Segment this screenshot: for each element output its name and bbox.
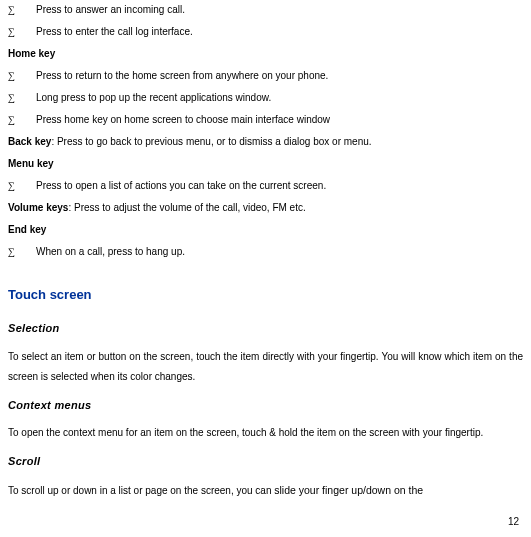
bullet-text: Long press to pop up the recent applicat… [36,88,523,107]
back-key-text: : Press to go back to previous menu, or … [51,136,371,147]
scroll-body-b: slide your finger up/down on the [274,484,423,496]
selection-heading: Selection [8,318,523,339]
scroll-body-a: To scroll up or down in a list or page o… [8,485,274,496]
bullet-sigma: ∑ [8,176,36,195]
list-item: ∑ Press to answer an incoming call. [8,0,523,19]
back-key-label: Back key [8,136,51,147]
list-item: ∑ Press to enter the call log interface. [8,22,523,41]
bullet-text: Press to answer an incoming call. [36,0,523,19]
list-item: ∑ Press to return to the home screen fro… [8,66,523,85]
volume-keys-label: Volume keys [8,202,68,213]
bullet-text: Press to open a list of actions you can … [36,176,523,195]
bullet-text: Press to enter the call log interface. [36,22,523,41]
volume-keys-line: Volume keys: Press to adjust the volume … [8,198,523,217]
volume-keys-text: : Press to adjust the volume of the call… [68,202,305,213]
list-item: ∑ Long press to pop up the recent applic… [8,88,523,107]
scroll-heading: Scroll [8,451,523,472]
page-number: 12 [508,512,519,531]
bullet-sigma: ∑ [8,66,36,85]
bullet-sigma: ∑ [8,0,36,19]
touch-screen-title: Touch screen [8,283,523,308]
bullet-sigma: ∑ [8,88,36,107]
bullet-sigma: ∑ [8,22,36,41]
back-key-line: Back key: Press to go back to previous m… [8,132,523,151]
bullet-sigma: ∑ [8,110,36,129]
list-item: ∑ When on a call, press to hang up. [8,242,523,261]
list-item: ∑ Press home key on home screen to choos… [8,110,523,129]
home-key-heading: Home key [8,44,523,63]
list-item: ∑ Press to open a list of actions you ca… [8,176,523,195]
end-key-heading: End key [8,220,523,239]
menu-key-heading: Menu key [8,154,523,173]
context-heading: Context menus [8,395,523,416]
bullet-text: When on a call, press to hang up. [36,242,523,261]
bullet-text: Press to return to the home screen from … [36,66,523,85]
context-body: To open the context menu for an item on … [8,423,523,443]
bullet-text: Press home key on home screen to choose … [36,110,523,129]
bullet-sigma: ∑ [8,242,36,261]
selection-body: To select an item or button on the scree… [8,347,523,387]
scroll-body: To scroll up or down in a list or page o… [8,480,523,501]
